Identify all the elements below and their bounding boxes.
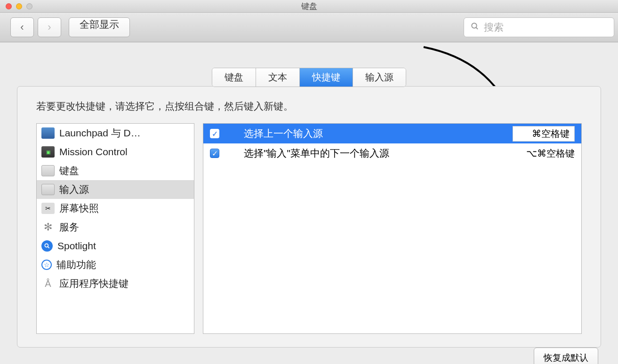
category-label: 服务: [59, 221, 79, 234]
accessibility-icon: ☆: [41, 260, 52, 270]
screenshot-icon: ✂: [41, 203, 55, 214]
tab-keyboard[interactable]: 键盘: [212, 68, 256, 87]
window-title: 键盘: [301, 1, 317, 12]
category-accessibility[interactable]: ☆ 辅助功能: [37, 255, 194, 274]
back-button[interactable]: ‹: [10, 17, 34, 37]
category-keyboard[interactable]: 键盘: [37, 161, 194, 180]
toolbar: ‹ › 全部显示: [0, 13, 618, 42]
tab-group: 键盘 文本 快捷键 输入源: [212, 68, 406, 87]
chevron-left-icon: ‹: [20, 21, 24, 33]
restore-defaults-button[interactable]: 恢复成默认: [534, 348, 598, 364]
traffic-lights: [6, 3, 32, 9]
forward-button[interactable]: ›: [38, 17, 61, 37]
shortcut-label: 选择上一个输入源: [227, 127, 505, 140]
category-label: 屏幕快照: [59, 202, 99, 215]
input-sources-icon: [41, 184, 55, 195]
checkbox-icon[interactable]: ✓: [210, 129, 219, 138]
category-input-sources[interactable]: 输入源: [37, 180, 194, 199]
content-area: 键盘 文本 快捷键 输入源 若要更改快捷键，请选择它，点按组合键，然后键入新键。…: [0, 42, 618, 348]
mission-control-icon: ▣: [41, 146, 55, 158]
close-window-button[interactable]: [6, 3, 12, 9]
minimize-window-button[interactable]: [16, 3, 22, 9]
category-label: 辅助功能: [56, 258, 96, 271]
shortcuts-panel: 若要更改快捷键，请选择它，点按组合键，然后键入新键。 Launchpad 与 D…: [17, 86, 601, 348]
search-icon: [471, 22, 479, 33]
svg-line-1: [476, 27, 478, 29]
category-label: Launchpad 与 D…: [59, 127, 141, 140]
zoom-window-button[interactable]: [26, 3, 32, 9]
shortcut-row-prev-input[interactable]: ✓ 选择上一个输入源 ⌘空格键: [203, 124, 581, 143]
category-spotlight[interactable]: Spotlight: [37, 237, 194, 255]
tab-text[interactable]: 文本: [256, 68, 300, 87]
shortcut-key: ⌥⌘空格键: [526, 147, 575, 160]
category-label: 键盘: [59, 164, 79, 177]
keyboard-icon: [41, 165, 55, 176]
category-mission-control[interactable]: ▣ Mission Control: [37, 142, 194, 161]
instruction-text: 若要更改快捷键，请选择它，点按组合键，然后键入新键。: [36, 100, 582, 113]
category-launchpad[interactable]: Launchpad 与 D…: [37, 124, 194, 142]
chevron-right-icon: ›: [48, 21, 51, 33]
shortcut-key-editor[interactable]: ⌘空格键: [513, 126, 575, 142]
search-input[interactable]: [484, 22, 614, 33]
svg-line-3: [48, 246, 49, 248]
app-shortcuts-icon: Å: [41, 278, 55, 289]
svg-point-2: [45, 244, 48, 247]
split-view: Launchpad 与 D… ▣ Mission Control 键盘 输入源 …: [36, 123, 582, 334]
svg-point-0: [472, 23, 477, 28]
spotlight-icon: [41, 240, 53, 252]
category-label: 应用程序快捷键: [59, 277, 128, 290]
search-box[interactable]: [464, 17, 614, 37]
tab-shortcuts[interactable]: 快捷键: [300, 68, 353, 87]
category-app-shortcuts[interactable]: Å 应用程序快捷键: [37, 274, 194, 293]
services-icon: ✻: [41, 222, 55, 233]
shortcut-row-next-input[interactable]: ✓ 选择"输入"菜单中的下一个输入源 ⌥⌘空格键: [203, 143, 581, 163]
tab-bar: 键盘 文本 快捷键 输入源: [17, 68, 601, 87]
launchpad-icon: [41, 127, 55, 139]
checkbox-icon[interactable]: ✓: [210, 149, 219, 158]
titlebar: 键盘: [0, 0, 618, 13]
category-label: Spotlight: [57, 240, 96, 252]
category-list[interactable]: Launchpad 与 D… ▣ Mission Control 键盘 输入源 …: [36, 123, 194, 334]
category-label: Mission Control: [59, 146, 128, 158]
category-screenshots[interactable]: ✂ 屏幕快照: [37, 199, 194, 218]
category-services[interactable]: ✻ 服务: [37, 218, 194, 237]
shortcut-label: 选择"输入"菜单中的下一个输入源: [227, 147, 519, 160]
category-label: 输入源: [59, 183, 89, 196]
tab-inputsources[interactable]: 输入源: [353, 68, 406, 87]
shortcut-list[interactable]: ✓ 选择上一个输入源 ⌘空格键 ✓ 选择"输入"菜单中的下一个输入源 ⌥⌘空格键: [203, 123, 582, 334]
show-all-button[interactable]: 全部显示: [69, 17, 130, 37]
